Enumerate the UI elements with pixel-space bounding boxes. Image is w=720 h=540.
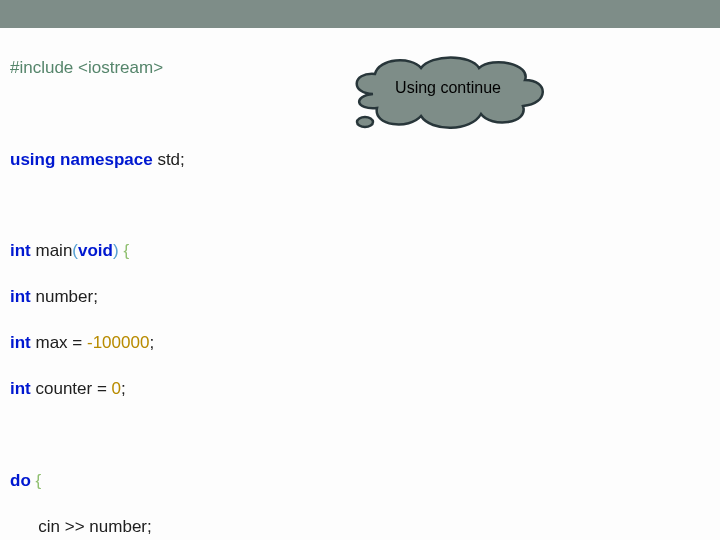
blank-line <box>10 424 710 447</box>
txt: max = <box>36 333 88 352</box>
txt: ; <box>121 379 126 398</box>
code-line: int main(void) { <box>10 240 710 263</box>
kw: int <box>10 287 36 306</box>
txt: number; <box>36 287 98 306</box>
kw: int <box>10 333 36 352</box>
paren: ) <box>113 241 123 260</box>
preproc: #include <box>10 58 78 77</box>
callout-label: Using continue <box>343 54 553 122</box>
txt: std; <box>157 150 184 169</box>
code-line: cin >> number; <box>10 516 710 539</box>
txt: counter = <box>36 379 112 398</box>
num: -100000 <box>87 333 149 352</box>
code-line: do { <box>10 470 710 493</box>
kw: int <box>10 379 36 398</box>
kw: using namespace <box>10 150 157 169</box>
code-line: int max = -100000; <box>10 332 710 355</box>
txt: ; <box>149 333 154 352</box>
header-bar <box>0 0 720 28</box>
callout-cloud: Using continue <box>343 54 553 132</box>
brace: { <box>123 241 129 260</box>
code-line: using namespace std; <box>10 149 710 172</box>
kw: int <box>10 241 36 260</box>
include-target: <iostream> <box>78 58 163 77</box>
code-line: int number; <box>10 286 710 309</box>
code-line: int counter = 0; <box>10 378 710 401</box>
kw: do <box>10 471 36 490</box>
txt: cin >> number; <box>10 517 152 536</box>
num: 0 <box>112 379 121 398</box>
brace: { <box>36 471 42 490</box>
kw: void <box>78 241 113 260</box>
blank-line <box>10 195 710 218</box>
fn-name: main <box>36 241 73 260</box>
